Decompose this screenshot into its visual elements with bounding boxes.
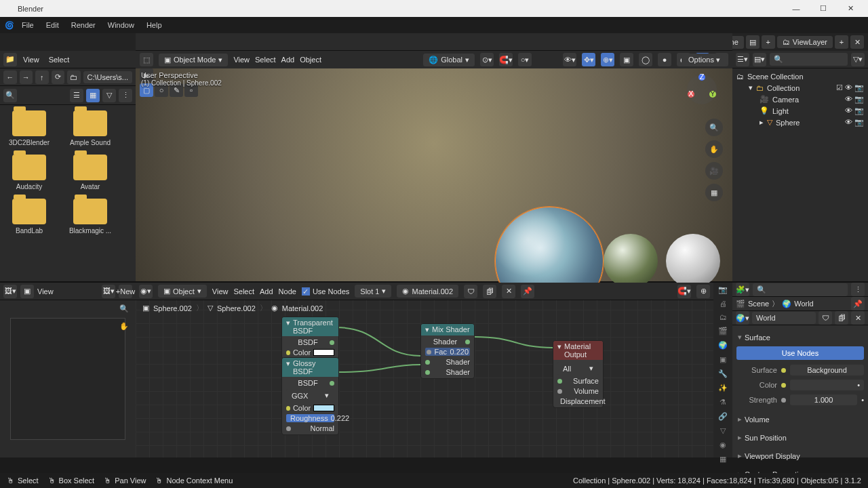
use-nodes-button[interactable]: Use Nodes [736,346,864,360]
outliner-item-light[interactable]: 💡Light👁📷 [735,105,865,117]
sun-position-panel[interactable]: Sun Position [736,428,864,447]
persp-toggle-icon[interactable]: ▦ [705,184,723,201]
outliner-search-input[interactable]: 🔍 [770,53,848,66]
menu-window[interactable]: Window [102,19,140,31]
shader-type[interactable]: ▣Object▾ [158,285,207,298]
render-vis-icon[interactable]: 📷 [854,83,864,92]
filebrowser-select[interactable]: Select [45,54,73,65]
zoom-icon[interactable]: 🔍 [705,119,723,136]
pin-icon[interactable]: 📌 [851,297,865,310]
fac-slider[interactable]: Fac0.220 [425,348,470,356]
volume-panel[interactable]: Volume [736,410,864,428]
output-socket-icon[interactable] [330,340,334,345]
filter-icon[interactable]: ▽ [102,89,116,102]
input-socket-icon[interactable] [286,350,290,355]
strength-field[interactable]: 1.000 [790,394,857,405]
editor-type-icon[interactable]: 🖼▾ [3,285,17,298]
camera-view-icon[interactable]: 🎥 [705,162,723,180]
vp-menu-add[interactable]: Add [281,56,295,64]
viewport-display-panel[interactable]: Viewport Display [736,447,864,465]
menu-edit[interactable]: Edit [41,19,64,31]
folder-item[interactable]: 3DC2Blender [5,110,53,146]
viewlayer-selector[interactable]: 🗂ViewLayer [777,36,833,48]
overlay-icon[interactable]: ⊕ [696,285,710,298]
surface-type-dropdown[interactable]: Background [790,365,864,375]
editor-type-icon[interactable]: 🧩▾ [736,283,749,296]
snap-icon[interactable]: 🧲▾ [499,53,513,66]
nav-back-icon[interactable]: ← [3,70,17,84]
exclude-checkbox-icon[interactable]: ☑ [836,83,843,92]
gizmo-visibility-icon[interactable]: 👁▾ [563,53,576,66]
tab-meshdata-icon[interactable]: ▽ [716,426,730,435]
image-mode-icon[interactable]: ▣ [20,285,34,298]
output-socket-icon[interactable] [465,340,470,344]
image-new-button[interactable]: + New [119,285,132,298]
folder-item[interactable]: BandLab [5,199,53,235]
fake-user-icon[interactable]: 🛡 [464,285,477,298]
ne-menu-view[interactable]: View [212,287,229,296]
folder-item[interactable]: Blackmagic ... [66,199,114,235]
tab-texture-icon[interactable]: ▦ [716,455,730,464]
vp-menu-object[interactable]: Object [300,56,321,64]
filebrowser-view[interactable]: View [20,54,43,65]
window-close-button[interactable]: ✕ [837,0,864,17]
render-vis-icon[interactable]: 📷 [854,106,864,115]
keyframe-dot-icon[interactable]: • [861,396,864,404]
display-list-icon[interactable]: ☰ [70,89,83,102]
render-vis-icon[interactable]: 📷 [854,95,864,104]
material-new-icon[interactable]: 🗐 [483,285,496,298]
shader-node-editor[interactable]: ◉▾ ▣Object▾ View Select Add Node ✓Use No… [136,283,732,458]
gizmo-toggle-icon[interactable]: ✥▾ [582,53,595,66]
surface-panel[interactable]: Surface Use Nodes SurfaceBackground Colo… [736,328,864,410]
nav-forward-icon[interactable]: → [20,70,33,84]
proportional-icon[interactable]: ○▾ [518,53,532,66]
scene-new-icon[interactable]: + [762,35,775,49]
eye-icon[interactable]: 👁 [845,118,852,127]
ne-menu-add[interactable]: Add [260,287,273,296]
pan-hand-icon[interactable]: ✋ [119,322,129,331]
use-nodes-checkbox[interactable]: ✓Use Nodes [302,287,349,296]
tab-material-icon[interactable]: ◉ [716,441,730,449]
input-socket-icon[interactable] [286,406,290,411]
folder-item[interactable]: Avatar [66,155,114,190]
roughness-slider[interactable]: Roughness0.222 [286,414,334,422]
nav-gizmo[interactable]: ZYX [685,73,719,106]
tab-render-icon[interactable]: 📷 [716,285,730,294]
slot-selector[interactable]: Slot 1▾ [355,285,391,298]
image-browse-icon[interactable]: 🖼▾ [102,285,115,298]
scene-collection-row[interactable]: 🗂Scene Collection [735,71,865,82]
settings-icon[interactable]: ⋮ [119,89,132,102]
viewlayer-new-icon[interactable]: + [835,35,848,49]
eye-icon[interactable]: 👁 [845,106,852,115]
ne-menu-node[interactable]: Node [279,287,296,296]
ne-menu-select[interactable]: Select [233,287,254,296]
editor-type-icon[interactable]: 📁 [3,53,17,66]
pan-hand-icon[interactable]: ✋ [705,140,723,158]
nav-newdir-icon[interactable]: 🗀 [67,70,81,84]
outliner-item-sphere[interactable]: ▸▽Sphere👁📷 [735,117,865,128]
menu-file[interactable]: File [16,19,39,31]
render-vis-icon[interactable]: 📷 [854,118,864,127]
editor-type-icon[interactable]: ⬚ [140,53,153,66]
input-socket-icon[interactable] [557,379,562,384]
editor-type-icon[interactable]: ☰▾ [736,53,749,66]
eye-icon[interactable]: 👁 [845,83,852,92]
outliner-item-camera[interactable]: 🎥Camera👁📷 [735,94,865,105]
tab-viewlayer-icon[interactable]: 🗂 [716,313,730,321]
solid-shading-icon[interactable]: ● [658,53,671,66]
color-field[interactable]: • [790,380,864,390]
output-socket-icon[interactable] [330,381,334,386]
outliner-display-icon[interactable]: ▤▾ [753,53,766,66]
node-transparent-bsdf[interactable]: ▾Transparent BSDF BSDF Color [281,317,339,359]
nav-refresh-icon[interactable]: ⟳ [52,70,65,84]
target-dropdown[interactable]: All▾ [557,362,599,375]
tab-constraints-icon[interactable]: 🔗 [716,412,730,421]
tab-physics-icon[interactable]: ⚗ [716,398,730,407]
vp-menu-select[interactable]: Select [255,56,276,64]
pin-icon[interactable]: 📌 [521,285,534,298]
interaction-mode[interactable]: ▣Object Mode▾ [159,54,228,66]
scene-browse-icon[interactable]: ▤ [746,35,760,49]
world-selector[interactable]: World [752,312,816,324]
pivot-icon[interactable]: ⊙▾ [480,53,494,66]
tab-particles-icon[interactable]: ✨ [716,384,730,392]
